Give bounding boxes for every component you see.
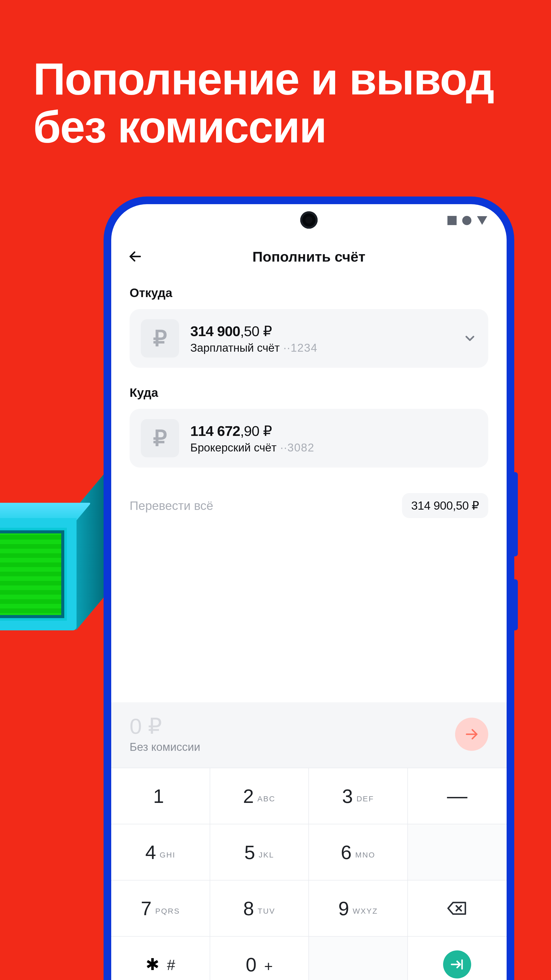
promo-headline: Пополнение и вывод без комиссии bbox=[33, 55, 494, 151]
app-header: Пополнить счёт bbox=[111, 237, 507, 275]
ruble-icon: ₽ bbox=[141, 319, 179, 358]
headline-line-2: без комиссии bbox=[33, 103, 494, 151]
content-area: Откуда ₽ 314 900,50 ₽ Зарплатный счёт ··… bbox=[111, 275, 507, 518]
amount-input[interactable]: 0 ₽ bbox=[130, 715, 455, 737]
key-4[interactable]: 4GHI bbox=[111, 824, 210, 880]
key-star-hash[interactable]: ✱# bbox=[111, 937, 210, 980]
transfer-all-label: Перевести всё bbox=[130, 499, 213, 513]
from-account-balance: 314 900,50 ₽ bbox=[190, 323, 451, 339]
ruble-icon: ₽ bbox=[141, 419, 179, 457]
key-blank bbox=[408, 824, 507, 880]
amount-bar: 0 ₽ Без комиссии bbox=[111, 702, 507, 768]
status-icons bbox=[448, 216, 487, 225]
transfer-all-chip[interactable]: 314 900,50 ₽ bbox=[402, 493, 488, 518]
headline-line-1: Пополнение и вывод bbox=[33, 55, 494, 103]
phone-screen: Пополнить счёт Откуда ₽ 314 900,50 ₽ Зар… bbox=[111, 204, 507, 980]
page-title: Пополнить счёт bbox=[111, 248, 507, 265]
status-bar bbox=[111, 204, 507, 237]
tab-arrow-icon bbox=[450, 957, 465, 972]
backspace-icon bbox=[447, 901, 467, 916]
key-8[interactable]: 8TUV bbox=[210, 880, 309, 937]
status-triangle-icon bbox=[477, 216, 487, 225]
key-6[interactable]: 6MNO bbox=[309, 824, 408, 880]
phone-frame: Пополнить счёт Откуда ₽ 314 900,50 ₽ Зар… bbox=[103, 197, 514, 980]
send-button[interactable] bbox=[455, 718, 488, 751]
to-account-subtitle: Брокерский счёт ··3082 bbox=[190, 441, 477, 454]
key-backspace[interactable] bbox=[408, 880, 507, 937]
phone-side-button bbox=[513, 472, 518, 556]
from-account-subtitle: Зарплатный счёт ··1234 bbox=[190, 342, 451, 354]
to-account-card[interactable]: ₽ 114 672,90 ₽ Брокерский счёт ··3082 bbox=[130, 409, 488, 468]
key-1[interactable]: 1 bbox=[111, 768, 210, 824]
status-circle-icon bbox=[462, 216, 472, 225]
go-circle bbox=[443, 950, 471, 978]
amount-fee-note: Без комиссии bbox=[130, 741, 455, 753]
key-blank-2 bbox=[309, 937, 408, 980]
from-section-label: Откуда bbox=[130, 286, 488, 300]
to-section-label: Куда bbox=[130, 386, 488, 400]
key-7[interactable]: 7PQRS bbox=[111, 880, 210, 937]
key-go[interactable] bbox=[408, 937, 507, 980]
front-camera bbox=[300, 211, 318, 229]
status-square-icon bbox=[448, 216, 457, 225]
from-account-text: 314 900,50 ₽ Зарплатный счёт ··1234 bbox=[190, 323, 451, 354]
back-button[interactable] bbox=[125, 247, 145, 266]
numeric-keypad: 1 2ABC 3DEF — 4GHI 5JKL 6MNO 7PQRS 8TUV … bbox=[111, 768, 507, 980]
to-account-balance: 114 672,90 ₽ bbox=[190, 423, 477, 439]
arrow-left-icon bbox=[128, 249, 143, 264]
key-0[interactable]: 0+ bbox=[210, 937, 309, 980]
key-5[interactable]: 5JKL bbox=[210, 824, 309, 880]
arrow-right-icon bbox=[464, 727, 479, 742]
key-9[interactable]: 9WXYZ bbox=[309, 880, 408, 937]
key-minus[interactable]: — bbox=[408, 768, 507, 824]
to-account-text: 114 672,90 ₽ Брокерский счёт ··3082 bbox=[190, 423, 477, 454]
phone-side-button bbox=[513, 579, 518, 630]
key-2[interactable]: 2ABC bbox=[210, 768, 309, 824]
spacer bbox=[111, 518, 507, 702]
from-account-card[interactable]: ₽ 314 900,50 ₽ Зарплатный счёт ··1234 bbox=[130, 309, 488, 368]
transfer-all-row: Перевести всё 314 900,50 ₽ bbox=[130, 485, 488, 518]
chevron-down-icon bbox=[463, 331, 477, 345]
key-3[interactable]: 3DEF bbox=[309, 768, 408, 824]
decorative-cube bbox=[0, 503, 92, 646]
amount-text: 0 ₽ Без комиссии bbox=[130, 715, 455, 753]
